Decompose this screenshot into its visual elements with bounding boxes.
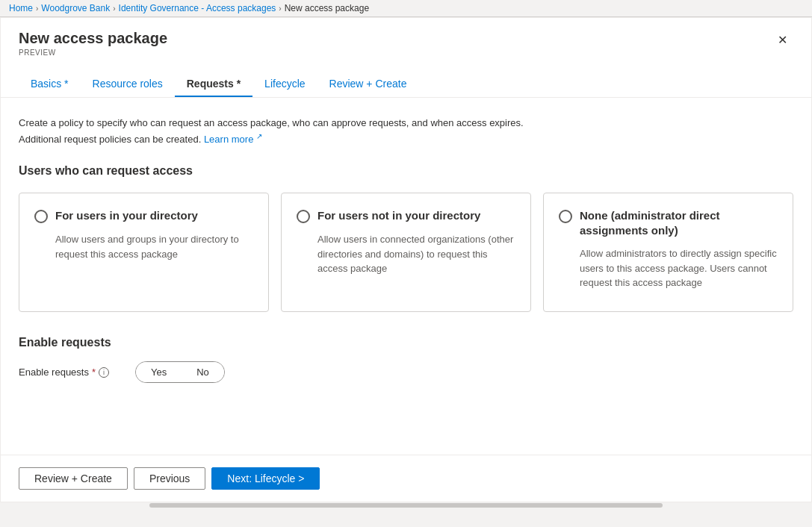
option-card-in-directory[interactable]: For users in your directory Allow users … — [19, 193, 269, 312]
radio-none[interactable] — [559, 210, 572, 223]
enable-requests-toggle[interactable]: Yes No — [135, 361, 225, 383]
option-desc-in-directory: Allow users and groups in your directory… — [34, 232, 253, 261]
enable-requests-title: Enable requests — [19, 336, 793, 349]
preview-badge: PREVIEW — [19, 49, 167, 57]
panel-footer: Review + Create Previous Next: Lifecycle… — [1, 455, 811, 502]
learn-more-link[interactable]: Learn more ↗ — [204, 134, 262, 145]
users-section-title: Users who can request access — [19, 164, 793, 178]
main-panel: New access package PREVIEW ✕ Basics * Re… — [0, 17, 812, 502]
option-title-none: None (administrator direct assignments o… — [580, 208, 778, 237]
scrollbar-area — [0, 502, 812, 508]
tab-nav: Basics * Resource roles Requests * Lifec… — [19, 72, 793, 97]
breadcrumb-current: New access package — [285, 3, 369, 13]
next-lifecycle-button[interactable]: Next: Lifecycle > — [211, 467, 320, 490]
option-desc-not-in-directory: Allow users in connected organizations (… — [297, 232, 515, 276]
radio-not-in-directory[interactable] — [297, 210, 310, 223]
required-indicator: * — [92, 367, 96, 378]
radio-in-directory[interactable] — [34, 210, 48, 223]
tab-lifecycle[interactable]: Lifecycle — [252, 72, 317, 97]
tab-resource-roles[interactable]: Resource roles — [81, 72, 175, 97]
enable-requests-label: Enable requests * i — [19, 367, 123, 378]
option-title-in-directory: For users in your directory — [55, 208, 198, 223]
review-create-button[interactable]: Review + Create — [19, 467, 128, 490]
scrollbar-track[interactable] — [149, 503, 663, 508]
toggle-no[interactable]: No — [182, 362, 224, 382]
panel-header: New access package PREVIEW ✕ Basics * Re… — [1, 18, 811, 98]
description-text: Create a policy to specify who can reque… — [19, 116, 527, 146]
previous-button[interactable]: Previous — [134, 467, 205, 490]
option-card-none[interactable]: None (administrator direct assignments o… — [543, 193, 793, 312]
info-icon[interactable]: i — [99, 367, 109, 378]
tab-basics[interactable]: Basics * — [19, 72, 81, 97]
enable-requests-section: Enable requests Enable requests * i Yes … — [19, 336, 793, 383]
enable-requests-row: Enable requests * i Yes No — [19, 361, 793, 383]
tab-requests[interactable]: Requests * — [175, 72, 252, 97]
option-title-not-in-directory: For users not in your directory — [317, 208, 480, 223]
breadcrumb-separator-3: › — [279, 4, 281, 13]
option-cards: For users in your directory Allow users … — [19, 193, 793, 312]
option-desc-none: Allow administrators to directly assign … — [559, 246, 778, 290]
toggle-yes[interactable]: Yes — [136, 362, 182, 382]
external-link-icon: ↗ — [256, 132, 262, 140]
enable-requests-label-text: Enable requests — [19, 367, 89, 378]
breadcrumb-separator-1: › — [36, 4, 38, 13]
panel-title: New access package — [19, 30, 167, 47]
close-button[interactable]: ✕ — [772, 30, 793, 50]
breadcrumb-woodgrove[interactable]: Woodgrove Bank — [41, 3, 110, 13]
option-card-not-in-directory[interactable]: For users not in your directory Allow us… — [281, 193, 531, 312]
breadcrumb: Home › Woodgrove Bank › Identity Governa… — [9, 3, 369, 13]
tab-review-create[interactable]: Review + Create — [317, 72, 419, 97]
breadcrumb-separator-2: › — [113, 4, 115, 13]
breadcrumb-home[interactable]: Home — [9, 3, 33, 13]
breadcrumb-identity-governance[interactable]: Identity Governance - Access packages — [119, 3, 276, 13]
panel-body: Create a policy to specify who can reque… — [1, 98, 811, 401]
